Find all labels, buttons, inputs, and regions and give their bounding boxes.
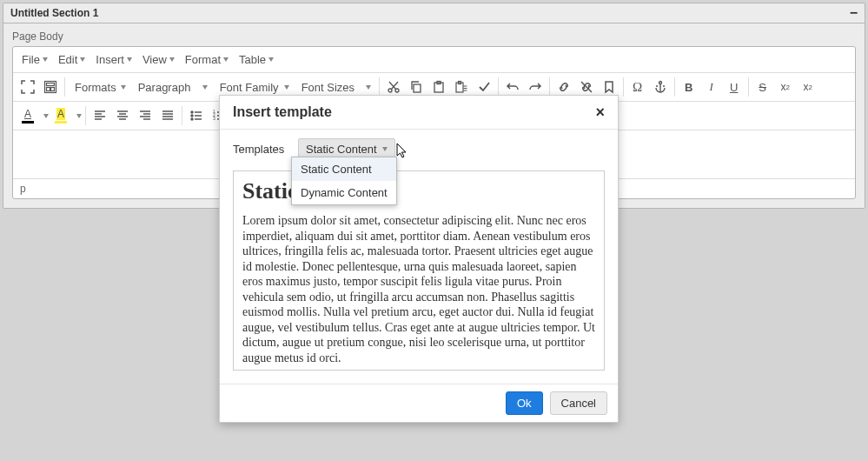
template-option-static[interactable]: Static Content <box>292 157 396 181</box>
collapse-icon[interactable]: − <box>850 9 858 17</box>
svg-rect-6 <box>414 84 421 92</box>
svg-point-13 <box>191 115 193 117</box>
preview-body: Lorem ipsum dolor sit amet, consectetur … <box>242 213 595 365</box>
template-preview: Static Content Lorem ipsum dolor sit ame… <box>233 170 605 371</box>
menu-edit[interactable]: Edit <box>53 49 90 70</box>
formats-select[interactable]: Formats <box>68 76 131 98</box>
bold-icon[interactable]: B <box>678 76 700 98</box>
caret-icon <box>169 57 175 62</box>
caret-icon <box>202 85 208 90</box>
align-left-icon[interactable] <box>89 104 111 127</box>
caret-icon <box>43 57 48 62</box>
cancel-button[interactable]: Cancel <box>550 391 607 415</box>
ok-button[interactable]: Ok <box>506 391 543 415</box>
caret-icon <box>127 57 132 62</box>
block-select[interactable]: Paragraph <box>131 76 213 98</box>
page-body-label: Page Body <box>12 30 856 43</box>
caret-icon <box>366 85 371 90</box>
superscript-icon[interactable]: x2 <box>774 76 797 98</box>
insert-template-dialog: Insert template × Templates Static Conte… <box>219 95 619 423</box>
anchor-icon[interactable] <box>649 76 672 98</box>
text-color-caret[interactable] <box>39 104 50 127</box>
highlight-color-icon[interactable]: A <box>50 104 72 127</box>
dialog-title: Insert template <box>233 104 332 120</box>
templates-dropdown: Static Content Dynamic Content <box>291 157 397 205</box>
strikethrough-icon[interactable]: S <box>752 76 774 98</box>
templates-label: Templates <box>233 143 298 156</box>
bullet-list-icon[interactable] <box>185 104 208 127</box>
caret-icon <box>121 85 126 90</box>
menu-file[interactable]: File <box>17 49 53 70</box>
svg-point-11 <box>659 82 661 84</box>
svg-point-14 <box>191 118 193 120</box>
highlight-color-caret[interactable] <box>72 104 83 127</box>
caret-icon <box>284 85 289 90</box>
element-path[interactable]: p <box>20 183 26 195</box>
svg-point-5 <box>395 89 399 92</box>
svg-text:3: 3 <box>213 116 215 121</box>
section-title: Untitled Section 1 <box>10 7 98 19</box>
caret-icon <box>80 57 85 62</box>
special-char-icon[interactable]: Ω <box>626 76 649 98</box>
menu-table[interactable]: Table <box>234 49 279 70</box>
caret-icon <box>268 57 274 62</box>
align-center-icon[interactable] <box>111 104 134 127</box>
section-header[interactable]: Untitled Section 1 − <box>3 3 865 23</box>
fullscreen-icon[interactable] <box>17 76 39 98</box>
menu-insert[interactable]: Insert <box>90 49 137 70</box>
template-icon[interactable] <box>39 76 62 98</box>
svg-rect-1 <box>47 84 55 86</box>
menu-format[interactable]: Format <box>180 49 234 70</box>
caret-icon <box>223 57 229 62</box>
svg-rect-3 <box>51 88 55 91</box>
align-justify-icon[interactable] <box>156 104 179 127</box>
dialog-footer: Ok Cancel <box>220 384 618 422</box>
subscript-icon[interactable]: x2 <box>797 76 819 98</box>
svg-rect-2 <box>47 88 50 91</box>
align-right-icon[interactable] <box>134 104 156 127</box>
editor-menubar: File Edit Insert View Format Table <box>13 47 855 73</box>
text-color-icon[interactable]: A <box>17 104 39 127</box>
dialog-header: Insert template × <box>220 96 618 130</box>
close-icon[interactable]: × <box>595 104 605 120</box>
menu-view[interactable]: View <box>137 49 180 70</box>
template-option-dynamic[interactable]: Dynamic Content <box>292 181 396 204</box>
svg-point-4 <box>388 89 392 92</box>
svg-point-12 <box>191 111 193 113</box>
italic-icon[interactable]: I <box>700 76 723 98</box>
underline-icon[interactable]: U <box>723 76 745 98</box>
caret-icon <box>382 147 388 151</box>
